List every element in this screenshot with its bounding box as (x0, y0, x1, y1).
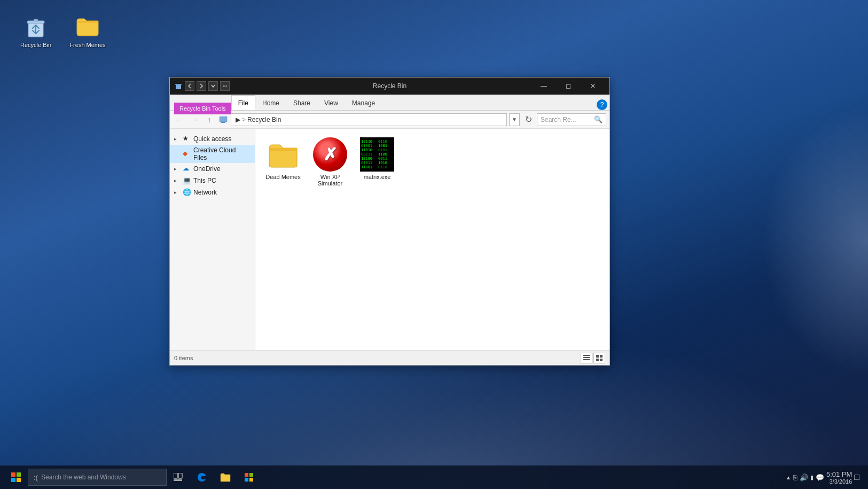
svg-rect-29 (600, 355, 603, 358)
start-button[interactable] (4, 465, 28, 489)
path-thispc: ▶ (236, 116, 240, 123)
file-item-win-xp-sim[interactable]: ✗ Win XP Simulator (309, 135, 351, 189)
minimize-button[interactable]: — (531, 77, 556, 95)
expand-arrow-onedrive: ▸ (174, 166, 181, 172)
help-icon[interactable]: ? (597, 99, 607, 110)
network-icon: 🌐 (183, 188, 191, 197)
sidebar-item-creative-cloud[interactable]: ◆ Creative Cloud Files (170, 145, 255, 163)
tab-share[interactable]: Share (286, 95, 317, 110)
svg-text:0011: 0011 (378, 157, 387, 161)
close-button[interactable]: ✕ (581, 77, 605, 95)
sidebar-item-quick-access[interactable]: ▸ ★ Quick access (170, 133, 255, 145)
taskbar-date-display: 3/3/2016 (826, 478, 852, 485)
svg-rect-25 (583, 355, 590, 356)
menu-btn[interactable] (220, 81, 230, 91)
file-area: Dead Memes ✗ Win XP Simulator (255, 129, 609, 350)
sidebar: ▸ ★ Quick access ◆ Creative Cloud Files … (170, 129, 255, 350)
desktop-icon-recycle-bin[interactable]: Recycle Bin (14, 13, 57, 49)
svg-rect-30 (596, 359, 599, 361)
svg-text:11010: 11010 (361, 148, 372, 152)
window-title: Recycle Bin (373, 82, 406, 90)
message-icon[interactable]: 💬 (816, 474, 824, 482)
sidebar-item-onedrive[interactable]: ▸ ☁ OneDrive (170, 163, 255, 175)
forward-button[interactable]: → (188, 113, 201, 126)
win-xp-name: Win XP Simulator (311, 174, 349, 187)
view-toggle-buttons (581, 353, 605, 363)
svg-rect-34 (11, 478, 15, 482)
back-button[interactable]: ← (173, 113, 186, 126)
search-icon: 🔍 (594, 115, 603, 123)
svg-rect-41 (245, 478, 248, 482)
svg-text:01011: 01011 (361, 161, 372, 165)
svg-point-5 (224, 86, 225, 87)
svg-rect-4 (175, 84, 182, 85)
svg-rect-37 (178, 473, 182, 478)
title-bar: Recycle Bin — ◻ ✕ (170, 77, 609, 95)
file-item-dead-memes[interactable]: Dead Memes (262, 135, 304, 189)
down-arrow-btn[interactable] (208, 81, 218, 91)
taskbar: :( Search the web and Windows ▲ (0, 465, 868, 489)
onedrive-icon: ☁ (183, 165, 191, 173)
svg-rect-36 (174, 473, 177, 478)
fresh-memes-folder-icon (75, 13, 100, 39)
forward-quick-access-btn[interactable] (197, 81, 206, 91)
sidebar-item-this-pc[interactable]: ▸ 💻 This PC (170, 175, 255, 187)
action-center-icon[interactable]: □ (854, 472, 859, 482)
back-quick-access-btn[interactable] (185, 81, 194, 91)
file-item-matrix-exe[interactable]: 10110 01001 11010 00111 10100 01011 1100… (356, 135, 398, 189)
recycle-bin-label: Recycle Bin (20, 41, 51, 49)
svg-rect-3 (176, 84, 181, 89)
refresh-button[interactable]: ↻ (522, 113, 535, 126)
taskbar-store-icon[interactable] (237, 465, 261, 489)
quick-access-icon: ★ (183, 135, 191, 143)
svg-text:1100: 1100 (378, 152, 387, 157)
battery-icon[interactable]: ▮ (810, 474, 814, 481)
taskbar-sad-face: :( (34, 474, 38, 482)
tab-home[interactable]: Home (255, 95, 286, 110)
chevron-up-icon[interactable]: ▲ (786, 475, 791, 480)
taskbar-search-box[interactable]: :( Search the web and Windows (28, 469, 167, 486)
sidebar-creative-cloud-label: Creative Cloud Files (193, 146, 251, 161)
taskbar-task-view[interactable] (167, 465, 190, 489)
recycle-bin-desktop-icon (23, 13, 49, 39)
svg-text:1010: 1010 (378, 161, 387, 165)
taskbar-search-placeholder: Search the web and Windows (41, 474, 126, 481)
svg-text:0110: 0110 (378, 139, 387, 144)
svg-point-6 (223, 86, 224, 87)
explorer-window: Recycle Bin — ◻ ✕ Recycle Bin Tools File… (169, 77, 610, 366)
taskbar-edge-icon[interactable] (190, 465, 214, 489)
svg-text:0101: 0101 (378, 148, 387, 152)
svg-text:0110: 0110 (378, 165, 387, 169)
svg-rect-40 (249, 473, 253, 477)
taskbar-explorer-icon[interactable] (214, 465, 237, 489)
svg-rect-8 (220, 117, 227, 122)
sidebar-item-network[interactable]: ▸ 🌐 Network (170, 187, 255, 198)
tab-view[interactable]: View (317, 95, 345, 110)
content-area: ▸ ★ Quick access ◆ Creative Cloud Files … (170, 129, 609, 350)
desktop-icon-fresh-memes[interactable]: Fresh Memes (66, 13, 109, 49)
expand-arrow: ▸ (174, 136, 181, 142)
status-item-count: 0 items (174, 355, 193, 361)
title-bar-left (174, 81, 230, 91)
svg-rect-2 (34, 19, 38, 21)
network-tray-icon[interactable]: ⎘ (793, 474, 797, 482)
window-controls: — ◻ ✕ (531, 77, 605, 95)
taskbar-clock[interactable]: 5:01 PM 3/3/2016 (826, 470, 852, 485)
details-view-btn[interactable] (581, 353, 592, 363)
tab-recycle-bin-tools[interactable]: Recycle Bin Tools (174, 103, 231, 114)
up-button[interactable]: ↑ (203, 113, 216, 126)
fresh-memes-label: Fresh Memes (69, 41, 105, 49)
tab-manage[interactable]: Manage (345, 95, 382, 110)
svg-rect-33 (17, 472, 21, 477)
svg-rect-32 (11, 472, 15, 477)
svg-rect-39 (245, 473, 248, 477)
address-path-field[interactable]: ▶ > Recycle Bin (231, 113, 507, 126)
search-box[interactable]: Search Re... 🔍 (537, 113, 606, 126)
maximize-button[interactable]: ◻ (556, 77, 581, 95)
address-dropdown-arrow[interactable]: ▼ (509, 113, 520, 126)
svg-rect-9 (221, 122, 225, 123)
tab-file[interactable]: File (231, 95, 255, 110)
tiles-view-btn[interactable] (593, 353, 605, 363)
volume-icon[interactable]: 🔊 (800, 474, 808, 482)
this-pc-icon (219, 115, 228, 124)
